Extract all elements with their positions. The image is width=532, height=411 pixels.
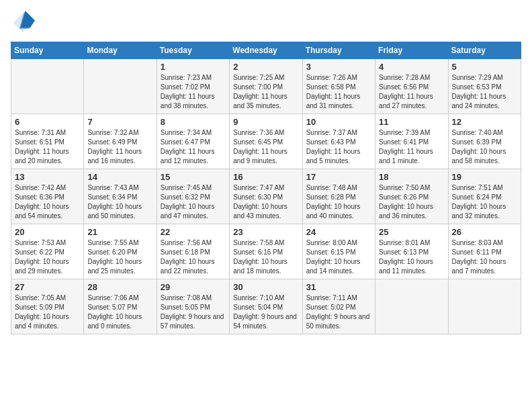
day-info: Sunrise: 7:50 AM Sunset: 6:26 PM Dayligh… xyxy=(379,183,444,221)
day-cell: 2Sunrise: 7:25 AM Sunset: 7:00 PM Daylig… xyxy=(230,59,302,114)
day-number: 16 xyxy=(233,172,298,182)
day-number: 26 xyxy=(452,227,517,237)
day-info: Sunrise: 7:08 AM Sunset: 5:05 PM Dayligh… xyxy=(161,293,226,331)
day-number: 8 xyxy=(161,117,226,127)
week-row-5: 27Sunrise: 7:05 AM Sunset: 5:09 PM Dayli… xyxy=(11,279,521,334)
day-info: Sunrise: 7:58 AM Sunset: 6:16 PM Dayligh… xyxy=(233,238,298,276)
day-info: Sunrise: 7:51 AM Sunset: 6:24 PM Dayligh… xyxy=(452,183,517,221)
day-cell: 20Sunrise: 7:53 AM Sunset: 6:22 PM Dayli… xyxy=(11,224,84,279)
header-thursday: Thursday xyxy=(302,42,375,59)
header-monday: Monday xyxy=(84,42,157,59)
day-info: Sunrise: 8:01 AM Sunset: 6:13 PM Dayligh… xyxy=(379,238,444,276)
day-cell: 22Sunrise: 7:56 AM Sunset: 6:18 PM Dayli… xyxy=(157,224,229,279)
logo-icon xyxy=(11,11,35,35)
day-cell: 19Sunrise: 7:51 AM Sunset: 6:24 PM Dayli… xyxy=(448,169,521,224)
day-info: Sunrise: 7:23 AM Sunset: 7:02 PM Dayligh… xyxy=(161,73,226,111)
header-friday: Friday xyxy=(375,42,448,59)
day-number: 27 xyxy=(15,282,80,292)
day-cell: 25Sunrise: 8:01 AM Sunset: 6:13 PM Dayli… xyxy=(375,224,448,279)
header-saturday: Saturday xyxy=(448,42,521,59)
day-info: Sunrise: 7:31 AM Sunset: 6:51 PM Dayligh… xyxy=(15,128,80,166)
day-info: Sunrise: 7:47 AM Sunset: 6:30 PM Dayligh… xyxy=(233,183,298,221)
week-row-4: 20Sunrise: 7:53 AM Sunset: 6:22 PM Dayli… xyxy=(11,224,521,279)
header-sunday: Sunday xyxy=(11,42,84,59)
logo xyxy=(11,11,38,35)
day-cell: 11Sunrise: 7:39 AM Sunset: 6:41 PM Dayli… xyxy=(375,114,448,169)
day-cell: 15Sunrise: 7:45 AM Sunset: 6:32 PM Dayli… xyxy=(157,169,229,224)
day-number: 29 xyxy=(161,282,226,292)
day-number: 10 xyxy=(306,117,371,127)
day-info: Sunrise: 7:42 AM Sunset: 6:36 PM Dayligh… xyxy=(15,183,80,221)
day-number: 1 xyxy=(161,62,226,72)
day-info: Sunrise: 7:28 AM Sunset: 6:56 PM Dayligh… xyxy=(379,73,444,111)
day-number: 20 xyxy=(15,227,80,237)
day-cell: 17Sunrise: 7:48 AM Sunset: 6:28 PM Dayli… xyxy=(302,169,375,224)
calendar-header: Sunday Monday Tuesday Wednesday Thursday… xyxy=(11,42,521,59)
day-number: 11 xyxy=(379,117,444,127)
day-cell: 9Sunrise: 7:36 AM Sunset: 6:45 PM Daylig… xyxy=(230,114,302,169)
header-row: Sunday Monday Tuesday Wednesday Thursday… xyxy=(11,42,521,59)
day-info: Sunrise: 7:56 AM Sunset: 6:18 PM Dayligh… xyxy=(161,238,226,276)
day-number: 9 xyxy=(233,117,298,127)
day-info: Sunrise: 7:11 AM Sunset: 5:02 PM Dayligh… xyxy=(306,293,371,331)
day-cell: 13Sunrise: 7:42 AM Sunset: 6:36 PM Dayli… xyxy=(11,169,84,224)
day-cell: 26Sunrise: 8:03 AM Sunset: 6:11 PM Dayli… xyxy=(448,224,521,279)
day-info: Sunrise: 7:48 AM Sunset: 6:28 PM Dayligh… xyxy=(306,183,371,221)
day-number: 6 xyxy=(15,117,80,127)
day-info: Sunrise: 7:45 AM Sunset: 6:32 PM Dayligh… xyxy=(161,183,226,221)
day-cell: 21Sunrise: 7:55 AM Sunset: 6:20 PM Dayli… xyxy=(84,224,157,279)
week-row-3: 13Sunrise: 7:42 AM Sunset: 6:36 PM Dayli… xyxy=(11,169,521,224)
day-cell: 16Sunrise: 7:47 AM Sunset: 6:30 PM Dayli… xyxy=(230,169,302,224)
day-number: 23 xyxy=(233,227,298,237)
day-cell: 6Sunrise: 7:31 AM Sunset: 6:51 PM Daylig… xyxy=(11,114,84,169)
day-cell: 10Sunrise: 7:37 AM Sunset: 6:43 PM Dayli… xyxy=(302,114,375,169)
day-cell: 12Sunrise: 7:40 AM Sunset: 6:39 PM Dayli… xyxy=(448,114,521,169)
day-number: 2 xyxy=(233,62,298,72)
day-number: 15 xyxy=(161,172,226,182)
day-info: Sunrise: 7:36 AM Sunset: 6:45 PM Dayligh… xyxy=(233,128,298,166)
day-info: Sunrise: 7:39 AM Sunset: 6:41 PM Dayligh… xyxy=(379,128,444,166)
day-info: Sunrise: 7:34 AM Sunset: 6:47 PM Dayligh… xyxy=(161,128,226,166)
day-cell: 5Sunrise: 7:29 AM Sunset: 6:53 PM Daylig… xyxy=(448,59,521,114)
day-cell xyxy=(11,59,84,114)
day-info: Sunrise: 7:53 AM Sunset: 6:22 PM Dayligh… xyxy=(15,238,80,276)
day-info: Sunrise: 7:29 AM Sunset: 6:53 PM Dayligh… xyxy=(452,73,517,111)
day-number: 19 xyxy=(452,172,517,182)
day-number: 17 xyxy=(306,172,371,182)
header-tuesday: Tuesday xyxy=(157,42,229,59)
calendar-table: Sunday Monday Tuesday Wednesday Thursday… xyxy=(11,42,521,334)
day-number: 3 xyxy=(306,62,371,72)
day-cell: 23Sunrise: 7:58 AM Sunset: 6:16 PM Dayli… xyxy=(230,224,302,279)
calendar-body: 1Sunrise: 7:23 AM Sunset: 7:02 PM Daylig… xyxy=(11,59,521,334)
week-row-1: 1Sunrise: 7:23 AM Sunset: 7:02 PM Daylig… xyxy=(11,59,521,114)
day-number: 14 xyxy=(87,172,152,182)
day-info: Sunrise: 7:55 AM Sunset: 6:20 PM Dayligh… xyxy=(87,238,152,276)
day-number: 31 xyxy=(306,282,371,292)
day-cell: 4Sunrise: 7:28 AM Sunset: 6:56 PM Daylig… xyxy=(375,59,448,114)
day-cell: 3Sunrise: 7:26 AM Sunset: 6:58 PM Daylig… xyxy=(302,59,375,114)
day-info: Sunrise: 8:03 AM Sunset: 6:11 PM Dayligh… xyxy=(452,238,517,276)
day-info: Sunrise: 7:43 AM Sunset: 6:34 PM Dayligh… xyxy=(87,183,152,221)
day-number: 25 xyxy=(379,227,444,237)
day-cell: 8Sunrise: 7:34 AM Sunset: 6:47 PM Daylig… xyxy=(157,114,229,169)
day-info: Sunrise: 7:37 AM Sunset: 6:43 PM Dayligh… xyxy=(306,128,371,166)
header-wednesday: Wednesday xyxy=(230,42,302,59)
day-info: Sunrise: 7:25 AM Sunset: 7:00 PM Dayligh… xyxy=(233,73,298,111)
day-number: 5 xyxy=(452,62,517,72)
day-number: 21 xyxy=(87,227,152,237)
day-cell: 1Sunrise: 7:23 AM Sunset: 7:02 PM Daylig… xyxy=(157,59,229,114)
day-number: 18 xyxy=(379,172,444,182)
day-cell: 14Sunrise: 7:43 AM Sunset: 6:34 PM Dayli… xyxy=(84,169,157,224)
day-cell: 7Sunrise: 7:32 AM Sunset: 6:49 PM Daylig… xyxy=(84,114,157,169)
day-info: Sunrise: 7:06 AM Sunset: 5:07 PM Dayligh… xyxy=(87,293,152,331)
week-row-2: 6Sunrise: 7:31 AM Sunset: 6:51 PM Daylig… xyxy=(11,114,521,169)
day-cell: 27Sunrise: 7:05 AM Sunset: 5:09 PM Dayli… xyxy=(11,279,84,334)
day-info: Sunrise: 7:10 AM Sunset: 5:04 PM Dayligh… xyxy=(233,293,298,331)
day-cell: 24Sunrise: 8:00 AM Sunset: 6:15 PM Dayli… xyxy=(302,224,375,279)
day-cell: 29Sunrise: 7:08 AM Sunset: 5:05 PM Dayli… xyxy=(157,279,229,334)
day-cell xyxy=(375,279,448,334)
day-info: Sunrise: 7:05 AM Sunset: 5:09 PM Dayligh… xyxy=(15,293,80,331)
day-cell xyxy=(448,279,521,334)
day-cell xyxy=(84,59,157,114)
day-info: Sunrise: 7:32 AM Sunset: 6:49 PM Dayligh… xyxy=(87,128,152,166)
